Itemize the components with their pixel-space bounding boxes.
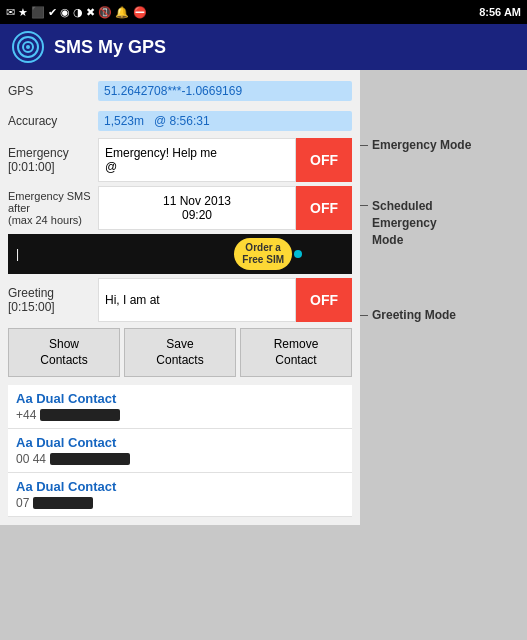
accuracy-time: @ 8:56:31 <box>154 114 210 128</box>
greeting-row: Greeting [0:15:00] Hi, I am at OFF <box>8 278 352 322</box>
scheduled-row: Emergency SMS after (max 24 hours) 11 No… <box>8 186 352 230</box>
contact-item: Aa Dual Contact 07 <box>8 473 352 517</box>
ad-dot <box>294 250 302 258</box>
status-icons-left: ✉ ★ ⬛ ✔ ◉ ◑ ✖ 📵 🔔 ⛔ <box>6 6 147 19</box>
contact-list: Aa Dual Contact +44 Aa Dual Contact 00 4… <box>8 385 352 517</box>
contact-name-3: Aa Dual Contact <box>16 479 344 494</box>
contact-item: Aa Dual Contact +44 <box>8 385 352 429</box>
gps-row: GPS 51.2642708***-1.0669169 <box>8 78 352 104</box>
greeting-off-button[interactable]: OFF <box>296 278 352 322</box>
gps-label: GPS <box>8 84 98 98</box>
accuracy-distance: 1,523m <box>104 114 144 128</box>
emergency-label: Emergency [0:01:00] <box>8 146 98 174</box>
scheduled-label: Emergency SMS after (max 24 hours) <box>8 190 98 226</box>
contact-prefix-2: 00 44 <box>16 452 46 466</box>
main-panel: GPS 51.2642708***-1.0669169 Accuracy 1,5… <box>0 70 360 525</box>
accuracy-value: 1,523m @ 8:56:31 <box>98 111 352 131</box>
scheduled-value: 11 Nov 2013 09:20 <box>98 186 296 230</box>
contact-name-2: Aa Dual Contact <box>16 435 344 450</box>
app-header: SMS My GPS <box>0 24 527 70</box>
action-buttons-row: Show Contacts Save Contacts Remove Conta… <box>8 328 352 377</box>
contact-redacted-2 <box>50 453 130 465</box>
emergency-annotation-text: Emergency Mode <box>372 138 471 152</box>
emergency-annotation: Emergency Mode <box>360 138 471 152</box>
contact-prefix-1: +44 <box>16 408 36 422</box>
scheduled-annotation-text: Scheduled Emergency Mode <box>372 198 437 248</box>
show-contacts-button[interactable]: Show Contacts <box>8 328 120 377</box>
save-contacts-button[interactable]: Save Contacts <box>124 328 236 377</box>
contact-prefix-3: 07 <box>16 496 29 510</box>
accuracy-row: Accuracy 1,523m @ 8:56:31 <box>8 108 352 134</box>
svg-point-3 <box>26 45 30 49</box>
greeting-annotation-text: Greeting Mode <box>372 308 456 322</box>
contact-number-2: 00 44 <box>16 452 344 466</box>
emergency-off-button[interactable]: OFF <box>296 138 352 182</box>
annotations-panel: Emergency Mode Scheduled Emergency Mode … <box>360 70 510 525</box>
emergency-value: Emergency! Help me @ <box>98 138 296 182</box>
time-display: 8:56 AM <box>479 6 521 18</box>
contact-redacted-1 <box>40 409 120 421</box>
remove-contact-button[interactable]: Remove Contact <box>240 328 352 377</box>
status-icons-right: 8:56 AM <box>479 6 521 18</box>
contact-redacted-3 <box>33 497 93 509</box>
contact-number-1: +44 <box>16 408 344 422</box>
notification-icons: ✉ ★ ⬛ ✔ ◉ ◑ ✖ 📵 🔔 ⛔ <box>6 6 147 19</box>
ad-banner: | Order a Free SIM <box>8 234 352 274</box>
greeting-value: Hi, I am at <box>98 278 296 322</box>
app-title: SMS My GPS <box>54 37 166 58</box>
contact-number-3: 07 <box>16 496 344 510</box>
greeting-label: Greeting [0:15:00] <box>8 286 98 314</box>
greeting-annotation: Greeting Mode <box>360 308 456 322</box>
contact-item: Aa Dual Contact 00 44 <box>8 429 352 473</box>
status-bar: ✉ ★ ⬛ ✔ ◉ ◑ ✖ 📵 🔔 ⛔ 8:56 AM <box>0 0 527 24</box>
scheduled-off-button[interactable]: OFF <box>296 186 352 230</box>
scheduled-annotation: Scheduled Emergency Mode <box>360 198 437 248</box>
ad-text: | <box>8 247 19 261</box>
gps-value: 51.2642708***-1.0669169 <box>98 81 352 101</box>
contact-name-1: Aa Dual Contact <box>16 391 344 406</box>
app-logo-icon <box>12 31 44 63</box>
emergency-row: Emergency [0:01:00] Emergency! Help me @… <box>8 138 352 182</box>
accuracy-label: Accuracy <box>8 114 98 128</box>
ad-sim-button[interactable]: Order a Free SIM <box>234 238 292 270</box>
